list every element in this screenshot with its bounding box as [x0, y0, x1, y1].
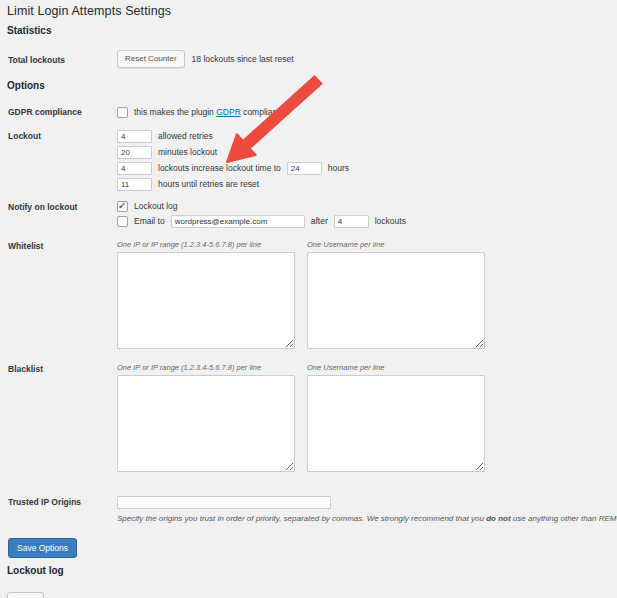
trusted-ip-row: Trusted IP Origins Specify the origins y…: [8, 491, 617, 523]
lockout-fields: allowed retries minutes lockout lockouts…: [117, 128, 355, 192]
email-input[interactable]: [171, 215, 305, 228]
options-heading: Options: [7, 80, 45, 91]
email-notify-checkbox[interactable]: [117, 216, 128, 227]
lockout-log-text: Lockout log: [134, 200, 177, 213]
notify-label: Notify on lockout: [8, 199, 117, 214]
blacklist-ip-textarea[interactable]: [117, 375, 295, 472]
lockout-label: Lockout: [8, 128, 117, 143]
email-lockouts-input[interactable]: [334, 215, 369, 228]
lockout-log-heading: Lockout log: [7, 565, 64, 576]
trusted-ip-description: Specify the origins you trust in order o…: [117, 514, 617, 523]
reset-counter-button[interactable]: Reset Counter: [117, 50, 185, 68]
allowed-retries-field: allowed retries: [117, 128, 355, 144]
increase-lockout-text: lockouts increase lockout time to: [158, 162, 281, 175]
whitelist-username-hint: One Username per line: [307, 240, 485, 250]
blacklist-row: Blacklist One IP or IP range (1.2.3.4-5.…: [8, 363, 485, 472]
lockout-log-field: Lockout log: [117, 199, 412, 214]
minutes-lockout-text: minutes lockout: [158, 146, 217, 159]
lockouts-summary: 18 lockouts since last reset: [192, 50, 294, 66]
allowed-retries-text: allowed retries: [158, 130, 213, 143]
blacklist-label: Blacklist: [8, 363, 117, 376]
limit-login-attempts-settings-page: { "title": "Limit Login Attempts Setting…: [0, 0, 617, 598]
blacklist-ip-column: One IP or IP range (1.2.3.4-5.6.7.8) per…: [117, 363, 295, 472]
gdpr-text-after: compliant: [241, 107, 280, 117]
gdpr-label: GDPR compliance: [8, 106, 117, 119]
blacklist-username-column: One Username per line: [307, 363, 485, 472]
trusted-ip-label: Trusted IP Origins: [8, 491, 117, 509]
trusted-ip-input[interactable]: [117, 496, 331, 509]
retries-reset-field: hours until retries are reset: [117, 176, 355, 192]
increase-hours-text: hours: [328, 162, 349, 175]
whitelist-ip-column: One IP or IP range (1.2.3.4-5.6.7.8) per…: [117, 240, 295, 349]
lockout-row: Lockout allowed retries minutes lockout …: [8, 128, 355, 192]
page-title: Limit Login Attempts Settings: [7, 4, 171, 18]
lockout-log-checkbox[interactable]: [117, 201, 128, 212]
gdpr-link[interactable]: GDPR: [216, 107, 241, 117]
blacklist-ip-hint: One IP or IP range (1.2.3.4-5.6.7.8) per…: [117, 363, 295, 373]
save-options-button[interactable]: Save Options: [8, 538, 77, 558]
whitelist-username-column: One Username per line: [307, 240, 485, 349]
total-lockouts-label: Total lockouts: [8, 50, 117, 67]
whitelist-label: Whitelist: [8, 240, 117, 253]
statistics-heading: Statistics: [7, 25, 51, 36]
gdpr-text: this makes the plugin GDPR compliant: [134, 106, 280, 119]
retries-reset-input[interactable]: [117, 178, 152, 191]
allowed-retries-input[interactable]: [117, 130, 152, 143]
trusted-desc-after: use anything other than REMOTE_ADDR sinc…: [511, 514, 617, 523]
lockouts-increase-input[interactable]: [117, 162, 152, 175]
blacklist-username-textarea[interactable]: [307, 375, 485, 472]
trusted-ip-fields: Specify the origins you trust in order o…: [117, 491, 617, 523]
notify-row: Notify on lockout Lockout log Email to a…: [8, 199, 412, 229]
increase-lockout-field: lockouts increase lockout time to hours: [117, 160, 355, 176]
email-to-text: Email to: [134, 215, 165, 228]
minutes-lockout-input[interactable]: [117, 146, 152, 159]
whitelist-username-textarea[interactable]: [307, 252, 485, 349]
total-lockouts-row: Total lockouts Reset Counter 18 lockouts…: [8, 50, 294, 68]
increase-hours-input[interactable]: [287, 162, 322, 175]
after-text: after: [311, 215, 328, 228]
whitelist-row: Whitelist One IP or IP range (1.2.3.4-5.…: [8, 240, 485, 349]
trusted-desc-bold: do not: [486, 514, 510, 523]
lockouts-suffix-text: lockouts: [375, 215, 406, 228]
whitelist-ip-hint: One IP or IP range (1.2.3.4-5.6.7.8) per…: [117, 240, 295, 250]
trusted-desc-before: Specify the origins you trust in order o…: [117, 514, 486, 523]
lockout-log-bottom-button-partial[interactable]: [7, 592, 44, 598]
minutes-lockout-field: minutes lockout: [117, 144, 355, 160]
blacklist-username-hint: One Username per line: [307, 363, 485, 373]
retries-reset-text: hours until retries are reset: [158, 178, 259, 191]
email-field-row: Email to after lockouts: [117, 214, 412, 229]
gdpr-text-before: this makes the plugin: [134, 107, 216, 117]
gdpr-row: GDPR compliance this makes the plugin GD…: [8, 106, 280, 119]
gdpr-checkbox[interactable]: [117, 107, 128, 118]
whitelist-ip-textarea[interactable]: [117, 252, 295, 349]
notify-fields: Lockout log Email to after lockouts: [117, 199, 412, 229]
